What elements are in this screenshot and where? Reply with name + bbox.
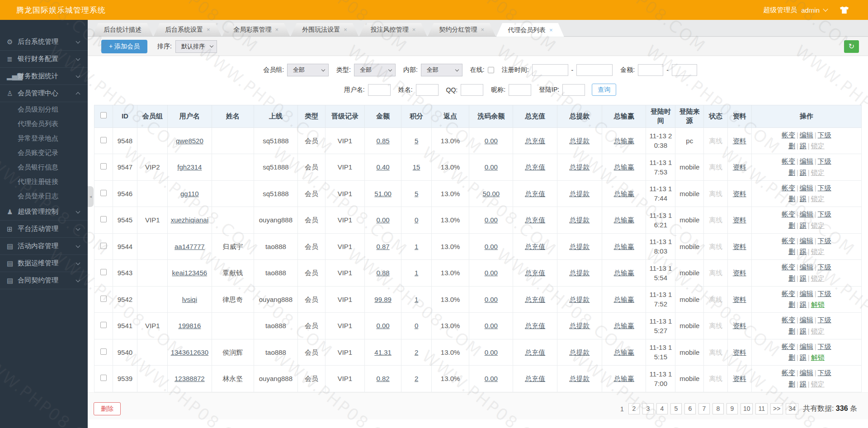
page-button[interactable]: 9 bbox=[726, 403, 738, 414]
delete-link[interactable]: 删 bbox=[788, 353, 795, 361]
subordinate-link[interactable]: 下级 bbox=[818, 263, 831, 271]
profile-link[interactable]: 资料 bbox=[733, 243, 746, 250]
amount-link[interactable]: 0.85 bbox=[376, 137, 389, 145]
username-link[interactable]: keai123456 bbox=[172, 269, 208, 277]
page-button[interactable]: 5 bbox=[670, 403, 682, 414]
subordinate-link[interactable]: 下级 bbox=[818, 184, 831, 192]
kick-link[interactable]: 踢 bbox=[800, 274, 807, 282]
edit-link[interactable]: 编辑 bbox=[800, 290, 813, 297]
username-link[interactable]: aa147777 bbox=[175, 243, 205, 250]
lock-toggle-link[interactable]: 锁定 bbox=[811, 221, 825, 229]
sidebar-item[interactable]: 会员银行信息 bbox=[0, 160, 88, 174]
lock-toggle-link[interactable]: 解锁 bbox=[811, 353, 825, 361]
edit-link[interactable]: 编辑 bbox=[800, 369, 813, 376]
account-change-link[interactable]: 帐变 bbox=[782, 343, 795, 350]
total-withdraw-link[interactable]: 总提款 bbox=[569, 216, 590, 224]
kick-link[interactable]: 踢 bbox=[800, 248, 807, 255]
username-dropdown[interactable]: admin bbox=[801, 6, 820, 14]
total-winloss-link[interactable]: 总输赢 bbox=[614, 348, 634, 356]
tab[interactable]: 全局彩票管理 × bbox=[222, 23, 290, 36]
username-link[interactable]: 12388872 bbox=[175, 375, 205, 382]
account-change-link[interactable]: 帐变 bbox=[782, 237, 795, 245]
wash-balance-link[interactable]: 0.00 bbox=[485, 137, 498, 145]
wash-balance-link[interactable]: 0.00 bbox=[485, 269, 498, 277]
total-withdraw-link[interactable]: 总提款 bbox=[569, 243, 590, 250]
wash-balance-link[interactable]: 50.00 bbox=[483, 190, 500, 198]
page-button[interactable]: 7 bbox=[698, 403, 710, 414]
row-checkbox[interactable] bbox=[100, 216, 107, 222]
amount-link[interactable]: 0.40 bbox=[376, 163, 389, 171]
wash-balance-link[interactable]: 0.00 bbox=[485, 375, 498, 382]
points-link[interactable]: 2 bbox=[415, 348, 418, 356]
points-link[interactable]: 5 bbox=[415, 190, 418, 198]
internal-select[interactable]: 全部 bbox=[421, 64, 462, 76]
select-all-checkbox[interactable] bbox=[100, 112, 107, 118]
kick-link[interactable]: 踢 bbox=[800, 169, 807, 176]
wash-balance-link[interactable]: 0.00 bbox=[485, 243, 498, 250]
total-winloss-link[interactable]: 总输赢 bbox=[614, 269, 634, 277]
search-button[interactable]: 查询 bbox=[592, 84, 616, 96]
page-button[interactable]: 34 bbox=[786, 403, 798, 414]
total-recharge-link[interactable]: 总充值 bbox=[525, 375, 545, 382]
login-ip-input[interactable] bbox=[562, 84, 585, 96]
delete-link[interactable]: 删 bbox=[788, 274, 795, 282]
row-checkbox[interactable] bbox=[100, 322, 107, 328]
account-change-link[interactable]: 帐变 bbox=[782, 316, 795, 324]
lock-toggle-link[interactable]: 锁定 bbox=[811, 327, 825, 335]
register-time-from-input[interactable] bbox=[532, 64, 568, 76]
sidebar-item[interactable]: ♟ 超级管理控制 bbox=[0, 203, 88, 221]
lock-toggle-link[interactable]: 锁定 bbox=[811, 142, 825, 150]
edit-link[interactable]: 编辑 bbox=[800, 343, 813, 350]
lock-toggle-link[interactable]: 锁定 bbox=[811, 195, 825, 202]
subordinate-link[interactable]: 下级 bbox=[818, 237, 831, 245]
account-change-link[interactable]: 帐变 bbox=[782, 184, 795, 192]
delete-link[interactable]: 删 bbox=[788, 142, 795, 150]
total-winloss-link[interactable]: 总输赢 bbox=[614, 216, 634, 224]
tab[interactable]: 后台系统设置 × bbox=[154, 23, 222, 36]
username-link[interactable]: qwe8520 bbox=[176, 137, 203, 145]
lock-toggle-link[interactable]: 锁定 bbox=[811, 274, 825, 282]
chevron-down-icon[interactable] bbox=[823, 6, 828, 11]
sidebar-item[interactable]: ♙ 会员管理中心 bbox=[0, 85, 88, 102]
edit-link[interactable]: 编辑 bbox=[800, 184, 813, 192]
profile-link[interactable]: 资料 bbox=[733, 348, 746, 356]
account-change-link[interactable]: 帐变 bbox=[782, 263, 795, 271]
sidebar-item[interactable]: ▤ 数据运维管理 bbox=[0, 255, 88, 272]
profile-link[interactable]: 资料 bbox=[733, 322, 746, 329]
profile-link[interactable]: 资料 bbox=[733, 216, 746, 224]
total-winloss-link[interactable]: 总输赢 bbox=[614, 322, 634, 329]
name-input[interactable] bbox=[416, 84, 439, 96]
total-recharge-link[interactable]: 总充值 bbox=[525, 348, 545, 356]
total-withdraw-link[interactable]: 总提款 bbox=[569, 190, 590, 198]
lock-toggle-link[interactable]: 锁定 bbox=[811, 380, 825, 388]
row-checkbox[interactable] bbox=[100, 348, 107, 355]
total-winloss-link[interactable]: 总输赢 bbox=[614, 296, 634, 303]
row-checkbox[interactable] bbox=[100, 190, 107, 196]
total-recharge-link[interactable]: 总充值 bbox=[525, 296, 545, 303]
sidebar-item[interactable]: ≣ 银行财务配置 bbox=[0, 51, 88, 68]
lock-toggle-link[interactable]: 解锁 bbox=[811, 301, 825, 308]
sidebar-item[interactable]: ⊞ 平台活动管理 bbox=[0, 221, 88, 238]
amount-link[interactable]: 0.00 bbox=[376, 322, 389, 329]
tab-close-icon[interactable]: × bbox=[275, 27, 279, 33]
page-button[interactable]: 10 bbox=[741, 403, 753, 414]
amount-to-input[interactable] bbox=[672, 64, 697, 76]
total-winloss-link[interactable]: 总输赢 bbox=[614, 375, 634, 382]
qq-input[interactable] bbox=[461, 84, 483, 96]
delete-link[interactable]: 删 bbox=[788, 301, 795, 308]
profile-link[interactable]: 资料 bbox=[733, 190, 746, 198]
tab-close-icon[interactable]: × bbox=[412, 27, 416, 33]
refresh-button[interactable]: ↻ bbox=[844, 40, 859, 53]
tab-close-icon[interactable]: × bbox=[344, 27, 347, 33]
row-checkbox[interactable] bbox=[100, 137, 107, 143]
points-link[interactable]: 5 bbox=[415, 137, 418, 145]
row-checkbox[interactable] bbox=[100, 296, 107, 302]
sidebar-item[interactable]: 代理会员列表 bbox=[0, 117, 88, 131]
total-recharge-link[interactable]: 总充值 bbox=[525, 322, 545, 329]
edit-link[interactable]: 编辑 bbox=[800, 316, 813, 324]
edit-link[interactable]: 编辑 bbox=[800, 157, 813, 165]
page-button[interactable]: 4 bbox=[656, 403, 668, 414]
sidebar-item[interactable]: 会员登录日志 bbox=[0, 189, 88, 203]
wash-balance-link[interactable]: 0.00 bbox=[485, 296, 498, 303]
profile-link[interactable]: 资料 bbox=[733, 163, 746, 171]
